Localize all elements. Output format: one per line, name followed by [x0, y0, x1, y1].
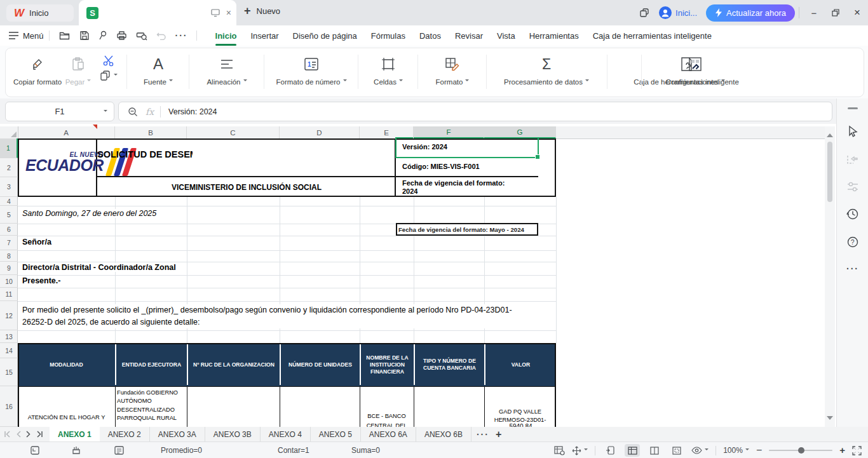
display-icon[interactable] — [210, 8, 220, 18]
vertical-scroll-thumb[interactable] — [827, 142, 832, 202]
zoom-slider[interactable] — [769, 450, 832, 451]
stamp-icon[interactable] — [71, 446, 81, 455]
main-menu-button[interactable]: Menú — [9, 31, 44, 41]
city-date-text[interactable]: Santo Domingo, 27 de enero del 2025 — [22, 209, 158, 218]
open-file-icon[interactable] — [59, 30, 71, 41]
scroll-down-icon[interactable] — [827, 416, 833, 423]
number-format-group-button[interactable]: 1 Formato de número — [270, 54, 353, 86]
row-header-3[interactable]: 3 — [0, 177, 18, 197]
collapse-sidebar-icon[interactable] — [848, 107, 858, 110]
sheet-tab-anexo-5[interactable]: ANEXO 5 — [311, 427, 361, 441]
cell-valor[interactable]: 5940.84 — [487, 422, 555, 427]
next-sheet-icon[interactable] — [25, 431, 31, 438]
page-layout-view-icon[interactable] — [625, 444, 640, 457]
copy-format-button[interactable]: Copiar formato — [16, 54, 59, 86]
table-header-cell[interactable]: NÚMERO DE UNIDADES — [280, 344, 360, 385]
column-header-D[interactable]: D — [280, 126, 360, 138]
sheet-tab-anexo-3b[interactable]: ANEXO 3B — [205, 427, 261, 441]
first-sheet-icon[interactable] — [4, 431, 12, 438]
row-header-12[interactable]: 12 — [0, 301, 18, 330]
present-text[interactable]: Presente.- — [22, 276, 62, 285]
validity-cell[interactable]: Fecha de vigencia del formato: 2024 — [399, 179, 539, 196]
column-header-F[interactable]: F — [414, 126, 484, 138]
sheet-tab-anexo-6a[interactable]: ANEXO 6A — [361, 427, 416, 441]
alignment-group-button[interactable]: Alineación — [195, 54, 259, 86]
row-header-11[interactable]: 11 — [0, 288, 18, 301]
table-header-cell[interactable]: TIPO Y NÚMERO DE CUENTA BANCARIA — [414, 344, 484, 385]
page-break-view-icon[interactable] — [669, 444, 684, 457]
home-tab[interactable]: W Inicio — [6, 4, 74, 22]
copy-icon[interactable] — [100, 70, 118, 81]
scroll-up-icon[interactable] — [827, 130, 833, 137]
normal-view-icon[interactable] — [602, 444, 618, 457]
cell-entidad[interactable]: Fundación GOBIERNO AUTÓNOMO DESCENTRALIZ… — [117, 389, 184, 422]
code-cell[interactable]: Código: MIES-VIS-F001 — [399, 163, 539, 171]
quick-access-more-icon[interactable]: ··· — [175, 30, 188, 41]
move-anchor-icon[interactable] — [572, 446, 588, 455]
cells-group-button[interactable]: Celdas — [364, 54, 412, 86]
column-header-G[interactable]: G — [484, 126, 556, 138]
cut-icon[interactable] — [102, 54, 116, 67]
addressee-text[interactable]: Director/a Distrital - Coordinador/a Zon… — [22, 263, 178, 272]
new-tab-button[interactable]: + Nuevo — [244, 5, 280, 17]
column-header-C[interactable]: C — [187, 126, 280, 138]
menu-tab-herramientas[interactable]: Herramientas — [522, 27, 586, 45]
row-header-16[interactable]: 16 — [0, 386, 18, 427]
menu-tab-datos[interactable]: Datos — [412, 27, 448, 45]
menu-tab-fórmulas[interactable]: Fórmulas — [364, 27, 412, 45]
close-window-button[interactable]: × — [846, 0, 868, 25]
sidebar-more-icon[interactable]: ··· — [846, 264, 859, 274]
row-header-13[interactable]: 13 — [0, 330, 18, 343]
column-header-B[interactable]: B — [115, 126, 187, 138]
table-header-cell[interactable]: Nº RUC DE LA ORGANIZACION — [187, 344, 280, 385]
fx-icon[interactable]: fx — [146, 107, 154, 117]
print-icon[interactable] — [116, 30, 127, 41]
menu-tab-revisar[interactable]: Revisar — [448, 27, 490, 45]
cell-mode-icon[interactable] — [31, 446, 39, 455]
formula-input[interactable]: fx Versión: 2024 — [118, 102, 832, 121]
fill-handle[interactable] — [535, 154, 540, 159]
zoom-slider-thumb[interactable] — [798, 447, 804, 454]
name-box[interactable]: F1 — [5, 102, 114, 121]
table-header-cell[interactable]: MODALIDAD — [18, 344, 115, 385]
row-header-6[interactable]: 6 — [0, 224, 18, 236]
sheet-tab-anexo-1[interactable]: ANEXO 1 — [50, 427, 100, 441]
table-header-cell[interactable]: NOMBRE DE LA INSTITUCION FINANCIERA — [360, 344, 414, 385]
column-header-E[interactable]: E — [360, 126, 414, 138]
pin-icon[interactable] — [98, 30, 107, 41]
sheet-tab-anexo-3a[interactable]: ANEXO 3A — [150, 427, 205, 441]
save-icon[interactable] — [79, 30, 90, 41]
split-view-icon[interactable] — [647, 444, 662, 457]
validity-may-cell[interactable]: Fecha de vigencia del formato: Mayo - 20… — [396, 223, 538, 236]
sheet-grid[interactable]: EL NUEVO ECUADOR SOLICITUD DE DESEMBOLSO… — [0, 124, 836, 427]
zoom-level-control[interactable]: 100% — [723, 446, 749, 455]
fullscreen-icon[interactable] — [852, 446, 862, 455]
format-group-button[interactable]: Formato — [424, 54, 481, 86]
row-header-14[interactable]: 14 — [0, 343, 18, 358]
menu-tab-diseño-de-página[interactable]: Diseño de página — [286, 27, 364, 45]
cell-institucion[interactable]: BCE - BANCO CENTRAL DEL — [361, 412, 412, 427]
cell-modalidad[interactable]: ATENCIÓN EN EL HOGAR Y — [18, 414, 115, 422]
table-header-cell[interactable]: VALOR — [484, 344, 556, 385]
data-processing-group-button[interactable]: Σ Procesamiento de datos — [492, 54, 600, 86]
reading-mode-icon[interactable] — [691, 447, 709, 454]
zoom-in-icon[interactable]: + — [839, 445, 845, 456]
vertical-scrollbar[interactable] — [825, 126, 835, 427]
request-paragraph[interactable]: Por medio del presente solicito el _(pri… — [22, 304, 536, 328]
row-header-8[interactable]: 8 — [0, 250, 18, 262]
help-icon[interactable]: ? — [846, 236, 859, 248]
history-icon[interactable] — [846, 208, 859, 220]
select-all-corner[interactable] — [0, 126, 18, 139]
list-view-icon[interactable] — [114, 446, 124, 455]
menu-tab-caja-de-herramientas-inteligente[interactable]: Caja de herramientas inteligente — [586, 27, 719, 45]
add-sheet-icon[interactable]: + — [496, 429, 501, 440]
prev-sheet-icon[interactable] — [16, 431, 22, 438]
sheet-tab-anexo-6b[interactable]: ANEXO 6B — [416, 427, 471, 441]
last-sheet-icon[interactable] — [35, 431, 43, 438]
row-header-7[interactable]: 7 — [0, 236, 18, 250]
cursor-select-icon[interactable] — [846, 125, 859, 138]
window-switch-icon[interactable] — [639, 7, 650, 18]
font-group-button[interactable]: A Fuente — [133, 54, 184, 86]
row-header-4[interactable]: 4 — [0, 197, 18, 206]
table-header-cell[interactable]: ENTIDAD EJECUTORA — [115, 344, 187, 385]
